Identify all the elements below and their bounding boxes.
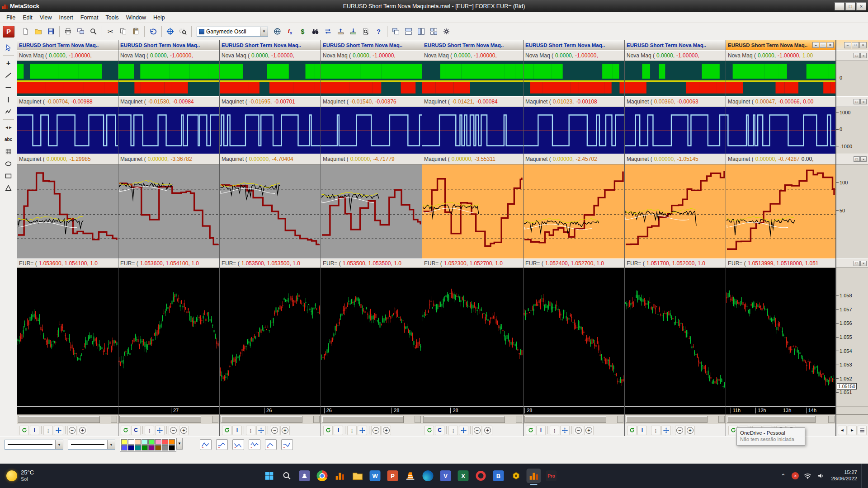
- vertical-scale-button[interactable]: ↕: [550, 426, 559, 435]
- palette-dropdown-arrow[interactable]: ▼: [176, 438, 183, 450]
- undo-arrow-button[interactable]: [147, 25, 159, 38]
- eur-price-header[interactable]: EUR= (1.053600, 1.054100, 1.0: [118, 258, 219, 268]
- chart-scrollbar[interactable]: [220, 414, 321, 424]
- transfer-arrows-button[interactable]: [322, 25, 334, 38]
- bee-app-taskbar-icon[interactable]: [509, 469, 524, 483]
- taskbar-clock[interactable]: 15:27 28/06/2022: [829, 469, 857, 482]
- nova-maq-indicator-header[interactable]: Nova Maq (0.0000,-1.00000,: [625, 50, 726, 61]
- fx-function-button[interactable]: fx: [284, 25, 296, 38]
- scrollbar-end-button[interactable]: [212, 416, 218, 423]
- window-layout-button[interactable]: [75, 25, 87, 38]
- chart-close-button[interactable]: ×: [827, 42, 834, 48]
- maquinet-oscillator-header[interactable]: Maquinet (0.00047,-0.00066,0.00: [726, 96, 835, 107]
- pan-button[interactable]: [358, 426, 367, 435]
- chart-scrollbar[interactable]: [118, 414, 219, 424]
- scrollbar-end-button[interactable]: [516, 416, 522, 423]
- search-taskbar-icon[interactable]: [280, 469, 294, 483]
- chart-scrollbar[interactable]: [625, 414, 726, 424]
- maquinet-oscillator-header[interactable]: Maquinet (0.00360,-0.00063: [625, 96, 726, 107]
- scrollbar-end-button[interactable]: [415, 416, 421, 423]
- maquinet-step-header[interactable]: Maquinet (0.00000,-1.05145: [625, 154, 726, 164]
- maquinet-step-header[interactable]: Maquinet (0.00000,-4.71779: [321, 154, 422, 164]
- color-swatch[interactable]: [155, 439, 161, 445]
- tray-chevron-icon[interactable]: ⌃: [778, 471, 788, 480]
- nova-maq-indicator-header[interactable]: Nova Maq (0.0000,-1.00000,: [321, 50, 422, 61]
- nova-maq-chart[interactable]: [220, 61, 321, 96]
- paste-clipboard-button[interactable]: [130, 25, 142, 38]
- eur-candlestick-chart[interactable]: [625, 268, 726, 406]
- zoom-in-button[interactable]: +: [179, 426, 189, 435]
- pan-button[interactable]: [459, 426, 468, 435]
- close-button[interactable]: ×: [856, 2, 866, 10]
- periodicity-button[interactable]: C: [435, 426, 444, 435]
- scrollbar-thumb[interactable]: [626, 416, 708, 423]
- maquinet-square-wave-chart[interactable]: [726, 107, 835, 154]
- menu-file[interactable]: File: [3, 13, 19, 22]
- panel-close-button[interactable]: ×: [860, 261, 867, 266]
- nova-maq-indicator-header[interactable]: Nova Maq (0.0000,-1.00000,1.00: [726, 50, 835, 61]
- menu-insert[interactable]: Insert: [56, 13, 77, 22]
- panel-close-button[interactable]: ×: [860, 99, 867, 104]
- excel-taskbar-icon[interactable]: X: [456, 469, 471, 483]
- maquinet-step-chart[interactable]: [17, 164, 118, 258]
- zoom-out-button[interactable]: –: [169, 426, 178, 435]
- scroll-left-button[interactable]: ◄: [838, 426, 847, 435]
- maquinet-square-wave-chart[interactable]: [17, 107, 118, 154]
- maquinet-oscillator-header[interactable]: Maquinet (-0.00704,-0.00988: [17, 96, 118, 107]
- open-folder-button[interactable]: [32, 25, 44, 38]
- volume-icon[interactable]: [816, 471, 825, 480]
- line-weight-dropdown[interactable]: ▼: [68, 440, 115, 450]
- color-swatch[interactable]: [155, 445, 161, 450]
- nova-maq-indicator-header[interactable]: Nova Maq (0.0000,-1.00000,: [118, 50, 219, 61]
- scale-preset-3-button[interactable]: [232, 439, 244, 450]
- eur-candlestick-chart[interactable]: [321, 268, 422, 406]
- eur-price-header[interactable]: EUR= (1.051700, 1.052000, 1.0: [625, 258, 726, 268]
- panel-maximize-button[interactable]: □: [854, 99, 860, 104]
- color-swatch[interactable]: [169, 445, 175, 450]
- color-swatch[interactable]: [128, 445, 134, 450]
- refresh-button[interactable]: [627, 426, 637, 435]
- vertical-line-tool[interactable]: [2, 94, 15, 105]
- zoom-out-button[interactable]: –: [371, 426, 381, 435]
- scrollbar-thumb[interactable]: [221, 416, 302, 423]
- onedrive-alert-icon[interactable]: ×: [792, 472, 799, 479]
- nova-maq-indicator-header[interactable]: Nova Maq (0.0000,-1.00000,: [422, 50, 523, 61]
- eur-price-header[interactable]: EUR= (1.052400, 1.052700, 1.0: [524, 258, 624, 268]
- scale-preset-6-button[interactable]: [281, 439, 293, 450]
- zoom-in-button[interactable]: +: [280, 426, 290, 435]
- color-swatch[interactable]: [148, 439, 155, 445]
- scrollbar-thumb[interactable]: [322, 416, 404, 423]
- zoom-in-button[interactable]: +: [78, 426, 87, 435]
- nova-maq-chart[interactable]: [118, 61, 219, 96]
- maquinet-oscillator-header[interactable]: Maquinet (-0.01421,-0.00084: [422, 96, 523, 107]
- scrollbar-end-button[interactable]: [313, 416, 320, 423]
- download-data-button[interactable]: [347, 25, 359, 38]
- chart-window-titlebar[interactable]: EURUSD Short Term Nova Maq.. – □ ×: [422, 40, 523, 50]
- maquinet-step-header[interactable]: Maquinet (0.00000,-4.70404: [220, 154, 321, 164]
- color-swatch[interactable]: [121, 439, 127, 445]
- help-pointer-button[interactable]: ?: [373, 25, 385, 38]
- text-abc-tool[interactable]: abc: [2, 134, 15, 145]
- eur-candlestick-chart[interactable]: [220, 268, 321, 406]
- eur-candlestick-chart[interactable]: [726, 268, 835, 406]
- window-titlebar[interactable]: MetaStock EURUSD Short Term Nova Maquine…: [0, 0, 868, 12]
- pan-button[interactable]: [256, 426, 266, 435]
- maquinet-step-header[interactable]: Maquinet (0.00000,-0.742870.00,: [726, 154, 835, 164]
- color-swatch[interactable]: [142, 445, 148, 450]
- weather-widget[interactable]: 25°C Sol: [0, 469, 40, 482]
- word-taskbar-icon[interactable]: W: [368, 469, 382, 483]
- periodicity-button[interactable]: C: [131, 426, 141, 435]
- horizontal-line-tool[interactable]: [2, 82, 15, 93]
- chart-scrollbar[interactable]: [422, 414, 523, 424]
- zoom-out-button[interactable]: –: [574, 426, 583, 435]
- wifi-icon[interactable]: [803, 471, 812, 480]
- opera-taskbar-icon[interactable]: [474, 469, 488, 483]
- tile-horizontal-button[interactable]: [402, 25, 415, 38]
- maquinet-square-wave-chart[interactable]: [220, 107, 321, 154]
- chart-restore-button[interactable]: □: [852, 42, 859, 48]
- chart-window-titlebar[interactable]: EURUSD Short Term Nova Maq.. – □ ×: [17, 40, 118, 50]
- color-swatch[interactable]: [135, 445, 141, 450]
- eur-candlestick-chart[interactable]: [422, 268, 523, 406]
- maquinet-oscillator-header[interactable]: Maquinet (-0.01540,-0.00376: [321, 96, 422, 107]
- maquinet-step-header[interactable]: Maquinet (0.00000,-3.36782: [118, 154, 219, 164]
